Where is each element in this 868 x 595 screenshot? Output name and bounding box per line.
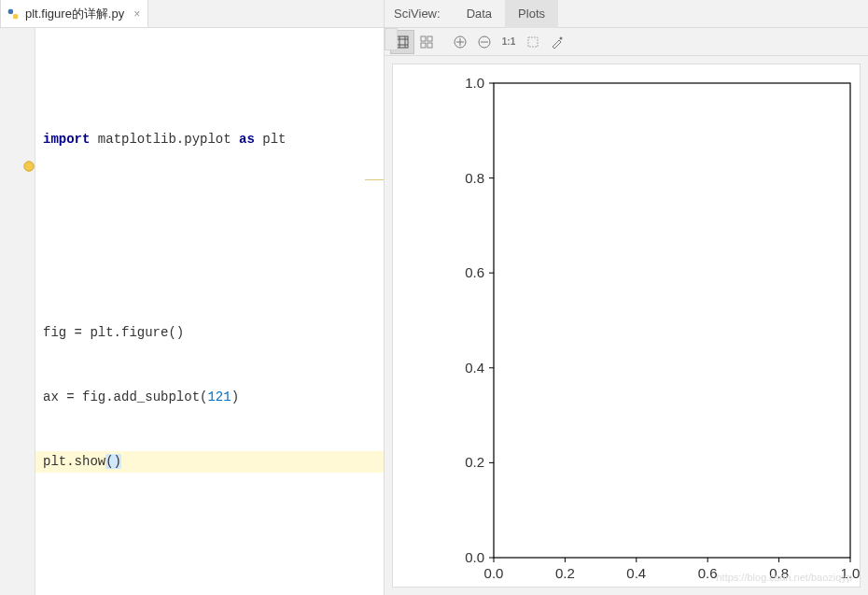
select-box-icon[interactable]	[521, 30, 545, 54]
editor-tab[interactable]: plt.figure的详解.py ×	[0, 0, 148, 27]
svg-text:1.0: 1.0	[841, 565, 860, 581]
svg-rect-17	[528, 37, 538, 47]
editor-tab-bar: plt.figure的详解.py ×	[0, 0, 384, 28]
code-line: fig = plt.figure()	[35, 322, 384, 344]
grid-icon[interactable]	[414, 30, 439, 54]
svg-text:0.2: 0.2	[465, 454, 484, 470]
editor-tab-label: plt.figure的详解.py	[25, 6, 124, 22]
gutter	[0, 28, 35, 595]
svg-text:0.2: 0.2	[555, 565, 575, 581]
plot-canvas[interactable]: 0.00.20.40.60.81.00.00.20.40.60.81.0 htt…	[392, 64, 861, 588]
code-line: ax = fig.add_subplot(121)	[35, 387, 384, 408]
svg-text:0.6: 0.6	[698, 565, 718, 581]
zoom-in-icon[interactable]	[448, 30, 472, 54]
close-icon[interactable]: ×	[133, 7, 140, 21]
code-area[interactable]: import matplotlib.pyplot as plt fig = pl…	[35, 28, 384, 595]
svg-rect-19	[494, 83, 850, 558]
lightbulb-icon[interactable]	[22, 160, 35, 173]
tab-data[interactable]: Data	[454, 0, 505, 28]
python-file-icon	[7, 7, 20, 21]
sciview-pane: SciView: Data Plots 1:1 0.00.20.40.60.81…	[385, 0, 868, 595]
line-marker	[365, 179, 384, 180]
editor-pane: plt.figure的详解.py × import matplotlib.pyp…	[0, 0, 385, 595]
svg-rect-9	[427, 36, 432, 41]
svg-text:0.8: 0.8	[465, 170, 484, 186]
sciview-title: SciView:	[394, 7, 454, 21]
code-editor[interactable]: import matplotlib.pyplot as plt fig = pl…	[0, 28, 384, 595]
tab-plots[interactable]: Plots	[505, 0, 558, 28]
svg-text:0.0: 0.0	[465, 549, 484, 565]
svg-text:0.6: 0.6	[465, 264, 484, 280]
svg-rect-8	[421, 36, 426, 41]
code-line-current: plt.show()	[35, 451, 384, 473]
svg-text:0.8: 0.8	[769, 565, 789, 581]
plot-toolbar: 1:1	[385, 28, 868, 56]
plot-svg: 0.00.20.40.60.81.00.00.20.40.60.81.0	[393, 64, 860, 588]
svg-rect-11	[427, 43, 432, 48]
svg-point-2	[24, 162, 35, 172]
one-to-one-icon[interactable]: 1:1	[497, 30, 521, 54]
svg-point-18	[560, 36, 563, 39]
code-line	[35, 258, 384, 279]
sciview-tab-bar: SciView: Data Plots	[385, 0, 868, 28]
svg-rect-10	[421, 43, 426, 48]
svg-text:0.4: 0.4	[626, 565, 646, 581]
svg-text:1.0: 1.0	[465, 75, 484, 91]
svg-rect-0	[8, 8, 13, 13]
svg-text:0.4: 0.4	[465, 360, 484, 375]
svg-rect-3	[397, 36, 408, 48]
svg-text:0.0: 0.0	[484, 565, 504, 581]
fold-indicator[interactable]	[385, 28, 398, 50]
code-line	[35, 193, 384, 215]
zoom-out-icon[interactable]	[472, 30, 497, 54]
color-picker-icon[interactable]	[545, 30, 569, 54]
svg-rect-1	[13, 14, 18, 19]
code-line: import matplotlib.pyplot as plt	[35, 129, 384, 150]
